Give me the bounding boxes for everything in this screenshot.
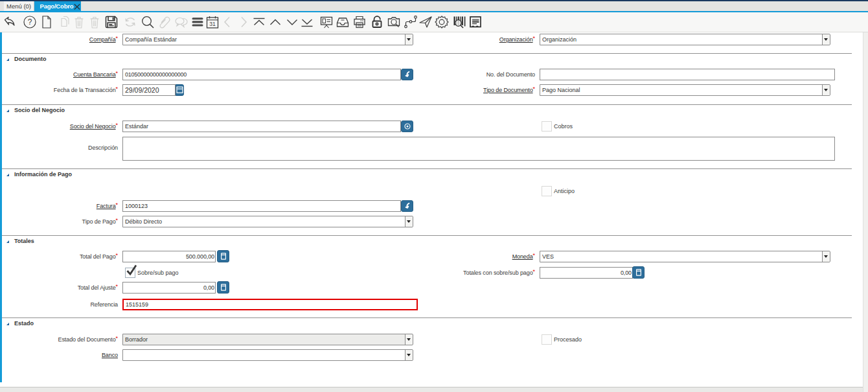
svg-text:?: ? xyxy=(28,17,32,27)
svg-text:31: 31 xyxy=(209,21,216,27)
